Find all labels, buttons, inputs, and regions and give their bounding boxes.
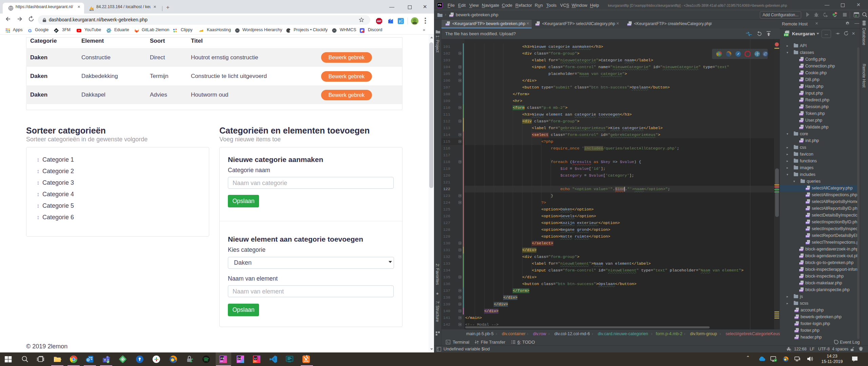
svg-text:PMA: PMA bbox=[90, 9, 93, 11]
svg-text:ABP: ABP bbox=[377, 20, 381, 22]
svg-text:PS: PS bbox=[221, 357, 224, 360]
svg-text:T: T bbox=[104, 359, 106, 362]
svg-text:3F: 3F bbox=[55, 29, 58, 32]
svg-text:DG: DG bbox=[238, 357, 241, 360]
svg-text:F: F bbox=[399, 19, 401, 23]
svg-text:O: O bbox=[87, 358, 90, 362]
svg-text:IJ: IJ bbox=[254, 357, 257, 360]
svg-text:G: G bbox=[28, 28, 32, 33]
svg-text:?: ? bbox=[790, 349, 791, 352]
